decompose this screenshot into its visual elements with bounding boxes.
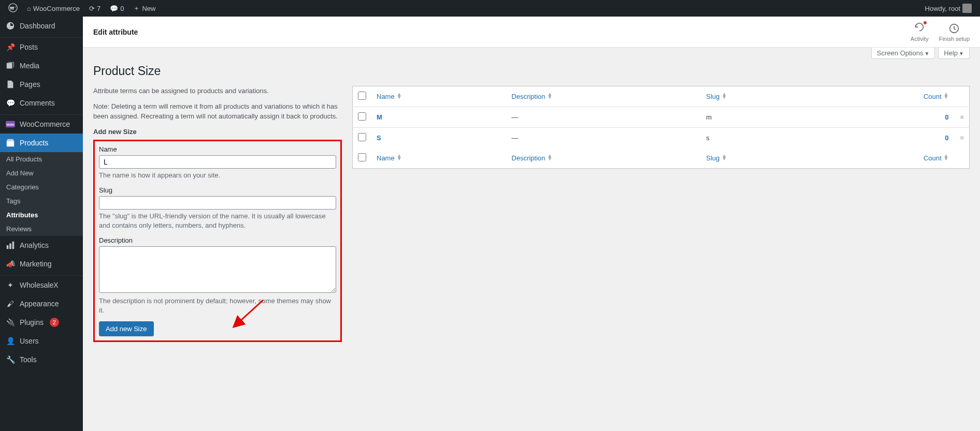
submenu-add-new[interactable]: Add New [0,166,83,180]
col-slug-footer[interactable]: Slug▲▼ [701,148,819,169]
select-all-top[interactable] [358,92,366,100]
comments-icon: 💬 [5,98,16,108]
topbar-title: Edit attribute [93,28,138,36]
term-name-link[interactable]: M [377,113,382,121]
sort-icon: ▲▼ [722,93,727,99]
wrench-icon: 🔧 [5,354,16,365]
plus-icon: ＋ [133,4,140,13]
menu-pages[interactable]: Pages [0,75,83,94]
howdy-text: Howdy, root [925,5,960,12]
sort-icon: ▲▼ [944,93,949,99]
term-count-link[interactable]: 0 [945,113,948,121]
refresh-icon: ⟳ [89,5,95,12]
submenu-categories[interactable]: Categories [0,180,83,194]
menu-tools[interactable]: 🔧Tools [0,350,83,369]
slug-input[interactable] [99,196,336,210]
drag-handle-icon[interactable]: ≡ [954,128,970,148]
menu-marketing[interactable]: 📣Marketing [0,255,83,273]
name-input[interactable] [99,155,336,169]
brush-icon: 🖌 [5,299,16,309]
products-icon [5,138,16,148]
new-label: New [142,5,155,12]
new-content-link[interactable]: ＋New [130,0,158,17]
highlight-box: Name The name is how it appears on your … [93,140,342,343]
howdy-link[interactable]: Howdy, root [922,0,975,17]
plugin-icon: 🔌 [5,317,16,328]
menu-wholesalex[interactable]: ✦WholesaleX [0,276,83,294]
drag-handle-icon[interactable]: ≡ [954,107,970,128]
col-description-footer[interactable]: Description▲▼ [507,148,701,169]
admin-sidebar: Dashboard 📌Posts Media Pages 💬Comments w… [0,17,83,431]
sort-icon: ▲▼ [547,154,553,160]
menu-appearance[interactable]: 🖌Appearance [0,294,83,313]
col-name-header[interactable]: Name▲▼ [371,86,507,107]
menu-plugins[interactable]: 🔌Plugins2 [0,313,83,332]
screen-options-toggle[interactable]: Screen Options▼ [871,48,935,59]
finish-setup-button[interactable]: Finish setup [939,22,970,42]
term-count-link[interactable]: 0 [945,134,948,142]
updates-link[interactable]: ⟳7 [86,0,104,17]
add-heading: Add new Size [93,128,342,136]
avatar [962,4,972,13]
col-count-footer[interactable]: Count▲▼ [819,148,954,169]
menu-users[interactable]: 👤Users [0,332,83,350]
dashboard-icon [5,21,16,31]
admin-bar: ⌂WooCommerce ⟳7 💬0 ＋New Howdy, root [0,0,980,17]
updates-count: 7 [97,5,100,12]
description-label: Description [99,236,336,244]
sort-icon: ▲▼ [547,93,553,99]
term-name-link[interactable]: S [377,134,381,142]
submenu-tags[interactable]: Tags [0,194,83,208]
add-new-size-button[interactable]: Add new Size [99,321,154,336]
comment-icon: 💬 [110,5,118,12]
menu-posts[interactable]: 📌Posts [0,38,83,56]
site-home-link[interactable]: ⌂WooCommerce [24,0,83,17]
slug-label: Slug [99,186,336,194]
help-toggle[interactable]: Help▼ [938,48,970,59]
submenu-attributes[interactable]: Attributes [0,208,83,222]
col-description-header[interactable]: Description▲▼ [507,86,701,107]
home-icon: ⌂ [27,5,31,12]
col-name-footer[interactable]: Name▲▼ [371,148,507,169]
select-all-bottom[interactable] [358,153,366,161]
comments-link[interactable]: 💬0 [107,0,127,17]
description-help: The description is not prominent by defa… [99,296,336,315]
media-icon [5,61,16,71]
activity-icon [913,22,926,35]
plugins-badge: 2 [50,318,59,327]
term-description: — [507,128,701,148]
col-slug-header[interactable]: Slug▲▼ [701,86,819,107]
svg-rect-7 [12,242,15,249]
description-input[interactable] [99,246,336,293]
sort-icon: ▲▼ [944,154,949,160]
menu-products[interactable]: Products [0,133,83,152]
svg-text:woo: woo [6,122,15,127]
menu-comments[interactable]: 💬Comments [0,94,83,112]
svg-rect-4 [7,141,14,146]
menu-woocommerce[interactable]: wooWooCommerce [0,115,83,133]
products-submenu: All Products Add New Categories Tags Att… [0,152,83,236]
woo-icon: woo [5,119,16,129]
row-checkbox[interactable] [358,112,366,121]
sort-icon: ▲▼ [397,93,402,99]
submenu-reviews[interactable]: Reviews [0,222,83,236]
wp-logo[interactable] [5,0,21,17]
submenu-all-products[interactable]: All Products [0,152,83,166]
menu-analytics[interactable]: Analytics [0,236,83,255]
wholesalex-icon: ✦ [5,280,16,290]
col-count-header[interactable]: Count▲▼ [819,86,954,107]
chevron-down-icon: ▼ [959,51,964,56]
page-icon [5,79,16,90]
term-slug: m [701,107,819,128]
menu-media[interactable]: Media [0,56,83,75]
name-help: The name is how it appears on your site. [99,171,336,180]
menu-dashboard[interactable]: Dashboard [0,17,83,35]
user-icon: 👤 [5,336,16,346]
sort-icon: ▲▼ [722,154,727,160]
intro-text-1: Attribute terms can be assigned to produ… [93,86,342,96]
activity-button[interactable]: Activity [911,22,929,42]
row-checkbox[interactable] [358,133,366,141]
table-row: M—m0≡ [353,107,970,128]
svg-rect-1 [7,63,12,69]
terms-table: Name▲▼ Description▲▼ Slug▲▼ Count▲▼ M—m0… [352,86,970,169]
